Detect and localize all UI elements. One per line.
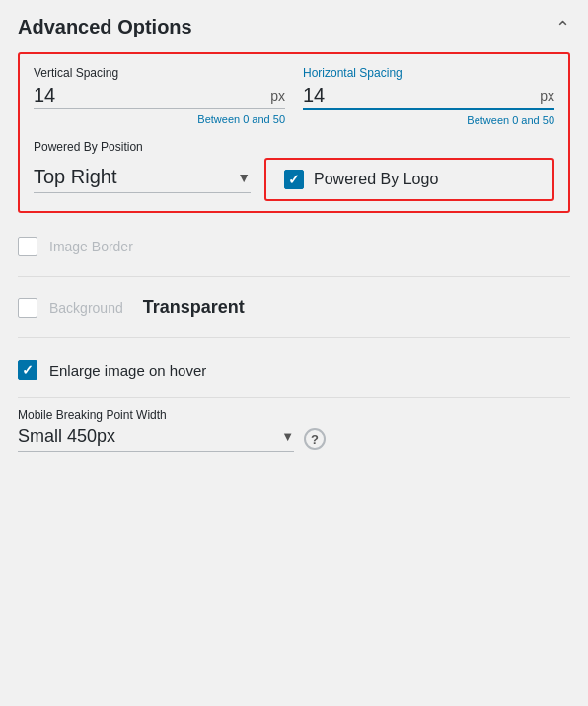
background-checkbox[interactable] (18, 298, 37, 318)
powered-logo-checkbox[interactable] (284, 170, 304, 189)
panel-header: Advanced Options ⌃ (18, 16, 570, 38)
position-label: Powered By Position (34, 140, 554, 154)
position-logo-row: Top Right ▼ Powered By Logo (34, 158, 554, 201)
collapse-icon[interactable]: ⌃ (555, 17, 570, 38)
panel-title: Advanced Options (18, 16, 192, 38)
powered-logo-box[interactable]: Powered By Logo (264, 158, 554, 201)
mobile-dropdown-arrow: ▼ (281, 429, 294, 444)
mobile-section: Mobile Breaking Point Width Small 450px … (18, 408, 570, 452)
background-value: Transparent (143, 297, 245, 318)
position-dropdown-arrow: ▼ (237, 170, 251, 185)
horizontal-spacing-label: Horizontal Spacing (303, 66, 554, 80)
vertical-spacing-input-wrap: px (34, 84, 285, 109)
separator-2 (18, 337, 570, 338)
advanced-options-panel: Advanced Options ⌃ Vertical Spacing px B… (0, 0, 588, 475)
powered-logo-label: Powered By Logo (314, 171, 438, 188)
enlarge-label: Enlarge image on hover (49, 362, 206, 379)
mobile-dropdown-row: Small 450px ▼ ? (18, 426, 570, 452)
position-dropdown-value: Top Right (34, 166, 231, 188)
vertical-spacing-hint: Between 0 and 50 (34, 113, 285, 125)
mobile-dropdown[interactable]: Small 450px ▼ (18, 426, 294, 452)
vertical-spacing-col: Vertical Spacing px Between 0 and 50 (34, 66, 285, 126)
mobile-breaking-label: Mobile Breaking Point Width (18, 408, 570, 422)
horizontal-spacing-hint: Between 0 and 50 (303, 114, 554, 126)
image-border-checkbox[interactable] (18, 237, 37, 256)
separator-3 (18, 397, 570, 398)
position-dropdown[interactable]: Top Right ▼ (34, 166, 251, 193)
enlarge-row: Enlarge image on hover (18, 348, 570, 388)
position-logo-section: Powered By Position Top Right ▼ Powered … (34, 140, 554, 201)
horizontal-spacing-input-wrap: px (303, 84, 554, 110)
help-icon[interactable]: ? (304, 428, 326, 450)
background-label: Background (49, 300, 123, 316)
vertical-spacing-label: Vertical Spacing (34, 66, 285, 80)
mobile-dropdown-value: Small 450px (18, 426, 281, 447)
vertical-spacing-px: px (270, 88, 285, 104)
image-border-row: Image Border (18, 227, 570, 266)
vertical-spacing-input[interactable] (34, 84, 266, 106)
horizontal-spacing-input[interactable] (303, 84, 536, 106)
spacing-row: Vertical Spacing px Between 0 and 50 Hor… (34, 66, 554, 126)
background-row: Background Transparent (18, 287, 570, 327)
enlarge-checkbox[interactable] (18, 360, 37, 380)
horizontal-spacing-col: Horizontal Spacing px Between 0 and 50 (303, 66, 554, 126)
image-border-label: Image Border (49, 239, 133, 254)
horizontal-spacing-px: px (540, 88, 554, 104)
spacing-logo-section: Vertical Spacing px Between 0 and 50 Hor… (18, 52, 570, 213)
separator-1 (18, 276, 570, 277)
